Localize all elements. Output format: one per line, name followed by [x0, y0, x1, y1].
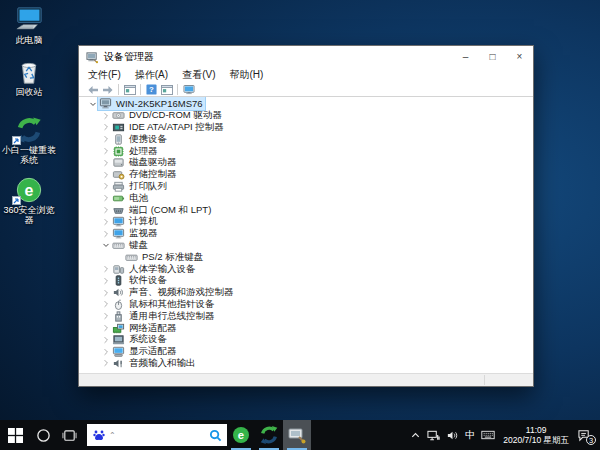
chevron-collapsed-icon[interactable] — [100, 134, 111, 145]
chevron-collapsed-icon[interactable] — [100, 122, 111, 133]
task-view-button[interactable] — [56, 420, 82, 450]
tree-node[interactable]: 端口 (COM 和 LPT) — [79, 204, 533, 216]
computer-root-icon — [99, 97, 112, 110]
tree-node[interactable]: DVD/CD-ROM 驱动器 — [79, 110, 533, 122]
chevron-collapsed-icon[interactable] — [100, 181, 111, 192]
search-caret-icon[interactable]: ⌃ — [109, 431, 209, 440]
tree-node[interactable]: 显示适配器 — [79, 346, 533, 358]
toolbar-back-button[interactable] — [85, 83, 100, 96]
minimize-button[interactable]: – — [452, 46, 479, 67]
menu-view[interactable]: 查看(V) — [182, 68, 215, 82]
360-browser-icon: e — [231, 425, 251, 445]
notification-button[interactable]: 3 — [574, 420, 600, 450]
taskbar-app-360-browser[interactable]: e — [227, 420, 255, 450]
desktop-icon-label: 360安全浏览器 — [0, 205, 58, 225]
menu-help[interactable]: 帮助(H) — [229, 68, 263, 82]
chevron-collapsed-icon[interactable] — [100, 216, 111, 227]
toolbar-separator — [118, 84, 119, 95]
chevron-expanded-icon[interactable] — [87, 98, 98, 109]
tree-node[interactable]: 键盘 — [79, 240, 533, 252]
toolbar-console-window-button[interactable] — [159, 83, 174, 96]
start-button[interactable] — [0, 420, 30, 450]
taskbar-app-device-manager[interactable] — [283, 420, 311, 450]
chevron-collapsed-icon[interactable] — [100, 358, 111, 369]
tree-node[interactable]: 通用串行总线控制器 — [79, 310, 533, 322]
360-browser-icon: e — [15, 176, 43, 204]
tree-node[interactable]: 打印队列 — [79, 181, 533, 193]
search-logo-icon — [209, 429, 222, 442]
tree-node[interactable]: 人体学输入设备 — [79, 263, 533, 275]
chevron-collapsed-icon[interactable] — [100, 169, 111, 180]
chevron-collapsed-icon[interactable] — [100, 275, 111, 286]
tree-node[interactable]: 软件设备 — [79, 275, 533, 287]
window-title: 设备管理器 — [104, 50, 452, 64]
chevron-collapsed-icon[interactable] — [100, 346, 111, 357]
toolbar-console-window-button[interactable] — [122, 83, 137, 96]
tree-node[interactable]: WIN-2K5KP16MS76 — [79, 98, 533, 110]
desktop-icon-label: 此电脑 — [0, 35, 58, 45]
ime-indicator[interactable]: 中 — [462, 420, 478, 450]
touch-keyboard-icon[interactable] — [478, 420, 498, 450]
menu-action[interactable]: 操作(A) — [135, 68, 168, 82]
tree-node-label: 音频输入和输出 — [127, 357, 198, 370]
chevron-collapsed-icon[interactable] — [100, 311, 111, 322]
desktop-icon-360-browser[interactable]: e360安全浏览器 — [0, 176, 58, 225]
toolbar-monitor-button[interactable] — [181, 83, 196, 96]
tree-node[interactable]: 系统设备 — [79, 334, 533, 346]
this-pc-icon — [15, 6, 43, 34]
tree-node[interactable]: 声音、视频和游戏控制器 — [79, 287, 533, 299]
toolbar-help-button[interactable]: ? — [144, 83, 159, 96]
chevron-collapsed-icon[interactable] — [100, 287, 111, 298]
tree-node[interactable]: 监视器 — [79, 228, 533, 240]
chevron-collapsed-icon[interactable] — [100, 193, 111, 204]
toolbar-forward-button[interactable] — [100, 83, 115, 96]
help-icon: ? — [146, 84, 157, 95]
tree-node[interactable]: PS/2 标准键盘 — [79, 251, 533, 263]
tree-node[interactable]: 磁盘驱动器 — [79, 157, 533, 169]
toolbar-separator — [177, 84, 178, 95]
chevron-collapsed-icon[interactable] — [100, 299, 111, 310]
close-button[interactable]: × — [506, 46, 533, 67]
menu-file[interactable]: 文件(F) — [88, 68, 121, 82]
desktop-icon-this-pc[interactable]: 此电脑 — [0, 6, 58, 45]
tree-node[interactable]: 音频输入和输出 — [79, 358, 533, 370]
chevron-collapsed-icon[interactable] — [100, 146, 111, 157]
chevron-collapsed-icon[interactable] — [100, 157, 111, 168]
tree-node[interactable]: 鼠标和其他指针设备 — [79, 299, 533, 311]
console-window-icon — [161, 85, 173, 95]
desktop-icon-recycle-bin[interactable]: 回收站 — [0, 58, 58, 97]
chevron-collapsed-icon[interactable] — [100, 323, 111, 334]
device-manager-icon — [287, 425, 307, 445]
desktop-icon-reinstall-tool[interactable]: 小白一键重装系统 — [0, 116, 58, 165]
network-icon[interactable] — [424, 420, 443, 450]
tree-node[interactable]: 网络适配器 — [79, 322, 533, 334]
maximize-button[interactable]: □ — [479, 46, 506, 67]
tree-node[interactable]: IDE ATA/ATAPI 控制器 — [79, 122, 533, 134]
titlebar[interactable]: 设备管理器 – □ × — [79, 46, 533, 67]
chevron-collapsed-icon[interactable] — [100, 334, 111, 345]
speaker-icon[interactable] — [443, 420, 462, 450]
console-window-icon — [124, 85, 136, 95]
tree-node[interactable]: 处理器 — [79, 145, 533, 157]
chevron-collapsed-icon[interactable] — [100, 264, 111, 275]
chevron-collapsed-icon[interactable] — [100, 110, 111, 121]
chevron-collapsed-icon[interactable] — [100, 205, 111, 216]
chevron-expanded-icon[interactable] — [100, 240, 111, 251]
cortana-button[interactable] — [30, 420, 56, 450]
clock[interactable]: 11:092020/7/10 星期五 — [498, 425, 574, 445]
tray-chevron-up[interactable] — [407, 420, 424, 450]
taskbar-search-box[interactable]: ⌃ — [87, 424, 227, 446]
tree-node[interactable]: 便携设备 — [79, 133, 533, 145]
notification-badge: 3 — [586, 435, 596, 445]
svg-text:e: e — [25, 182, 34, 199]
tree-node[interactable]: 电池 — [79, 192, 533, 204]
taskbar-app-reinstall-tool[interactable] — [255, 420, 283, 450]
chevron-collapsed-icon[interactable] — [100, 228, 111, 239]
baidu-paw-icon — [92, 428, 106, 442]
statusbar-divider — [484, 375, 485, 385]
tree-node[interactable]: 计算机 — [79, 216, 533, 228]
desktop-icon-label: 回收站 — [0, 87, 58, 97]
task-view-icon — [62, 428, 77, 443]
tree-node-label: WIN-2K5KP16MS76 — [114, 98, 205, 109]
tree-node[interactable]: 存储控制器 — [79, 169, 533, 181]
